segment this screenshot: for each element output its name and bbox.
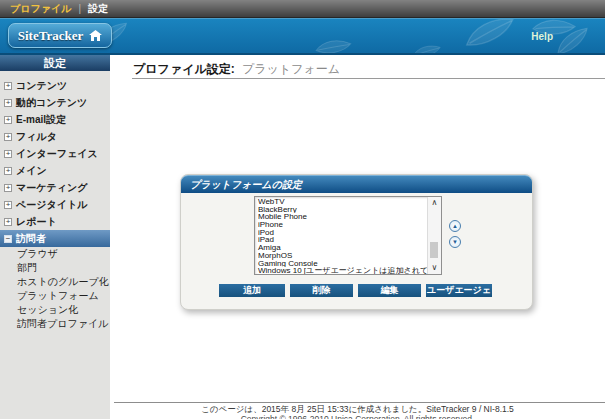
expand-plus-icon[interactable]: + <box>4 99 12 107</box>
sidebar-menu: + コンテンツ + 動的コンテンツ + E-mail設定 + フィルタ + イン… <box>0 71 110 331</box>
app-header: SiteTracker Help <box>0 18 605 55</box>
platform-option[interactable]: MorphOS <box>255 252 428 260</box>
listbox-scrollbar[interactable]: ∧ ∨ <box>427 197 441 274</box>
expand-plus-icon[interactable]: + <box>4 150 12 158</box>
menu-settings-link[interactable]: 設定 <box>88 2 108 16</box>
sidebar-subitem-platform[interactable]: プラットフォーム <box>0 289 110 303</box>
expand-plus-icon[interactable]: + <box>4 218 12 226</box>
sidebar-item-email-settings[interactable]: + E-mail設定 <box>0 111 110 128</box>
sidebar-item-label: 訪問者 <box>16 232 46 246</box>
main-content: プロファイル設定: プラットフォーム プラットフォームの設定 WebTV Bla… <box>110 55 605 419</box>
home-icon <box>89 30 102 41</box>
delete-button[interactable]: 削除 <box>290 284 353 297</box>
expand-plus-icon[interactable]: + <box>4 133 12 141</box>
expand-plus-icon[interactable]: + <box>4 167 12 175</box>
sidebar-item-label: メイン <box>16 164 47 178</box>
platform-settings-dialog: プラットフォームの設定 WebTV BlackBerry Mobile Phon… <box>180 174 533 310</box>
sitetracker-home-button[interactable]: SiteTracker <box>8 23 112 48</box>
page-title-prefix: プロファイル設定: <box>133 62 235 76</box>
user-agent-button[interactable]: ユーザエージェント <box>426 284 492 297</box>
sidebar-subitem-host-grouping[interactable]: ホストのグループ化 <box>0 275 110 289</box>
platform-option[interactable]: BlackBerry <box>255 206 428 214</box>
menu-profile-link[interactable]: プロファイル <box>10 2 71 16</box>
sidebar-title: 設定 <box>0 55 110 71</box>
sidebar-item-label: マーケティング <box>16 181 87 195</box>
sidebar-subitem-browser[interactable]: ブラウザ <box>0 247 110 261</box>
sidebar-item-marketing[interactable]: + マーケティング <box>0 179 110 196</box>
chevron-down-icon[interactable]: ∨ <box>428 263 441 273</box>
logo-text: SiteTracker <box>18 28 83 44</box>
add-button[interactable]: 追加 <box>219 284 285 297</box>
sidebar-subitem-department[interactable]: 部門 <box>0 261 110 275</box>
title-divider <box>132 78 605 79</box>
sidebar-item-report[interactable]: + レポート <box>0 213 110 230</box>
sidebar-item-filter[interactable]: + フィルタ <box>0 128 110 145</box>
move-down-button[interactable]: ▼ <box>449 236 461 248</box>
expand-plus-icon[interactable]: + <box>4 184 12 192</box>
sidebar-item-label: インターフェイス <box>16 147 98 161</box>
sidebar-item-label: フィルタ <box>16 130 57 144</box>
platform-listbox[interactable]: WebTV BlackBerry Mobile Phone iPhone iPo… <box>254 196 442 275</box>
move-up-button[interactable]: ▲ <box>449 220 461 232</box>
platform-option[interactable]: WebTV <box>255 198 428 206</box>
sidebar-item-page-title[interactable]: + ページタイトル <box>0 196 110 213</box>
scrollbar-thumb[interactable] <box>430 242 438 258</box>
top-menu-bar: プロファイル | 設定 <box>0 0 605 18</box>
page-title: プロファイル設定: プラットフォーム <box>133 61 340 78</box>
footer-divider <box>114 402 605 403</box>
sidebar-item-label: ページタイトル <box>16 198 87 212</box>
sidebar-subitem-visitor-profile[interactable]: 訪問者プロファイル <box>0 317 110 331</box>
footer-copyright-line: Copyright © 1996-2010 Unica Corporation.… <box>110 415 605 419</box>
sidebar-item-interface[interactable]: + インターフェイス <box>0 145 110 162</box>
sidebar-item-main[interactable]: + メイン <box>0 162 110 179</box>
menu-separator: | <box>78 3 81 14</box>
chevron-up-icon[interactable]: ∧ <box>428 198 441 208</box>
platform-option[interactable]: Windows 10 [ユーザエージェントは追加されていません] <box>255 267 428 274</box>
expand-plus-icon[interactable]: + <box>4 201 12 209</box>
sidebar-item-content[interactable]: + コンテンツ <box>0 77 110 94</box>
dialog-title-bar: プラットフォームの設定 <box>181 175 532 193</box>
platform-option[interactable]: iPad <box>255 236 428 244</box>
sidebar-item-dynamic-content[interactable]: + 動的コンテンツ <box>0 94 110 111</box>
platform-option[interactable]: Amiga <box>255 244 428 252</box>
sidebar-item-label: コンテンツ <box>16 79 67 93</box>
expand-plus-icon[interactable]: + <box>4 82 12 90</box>
help-link[interactable]: Help <box>531 31 553 42</box>
sidebar-item-label: 動的コンテンツ <box>16 96 87 110</box>
sidebar-item-visitors[interactable]: − 訪問者 <box>0 230 110 247</box>
expand-minus-icon[interactable]: − <box>4 235 12 243</box>
platform-option[interactable]: Gaming Console <box>255 260 428 268</box>
platform-option[interactable]: Mobile Phone <box>255 213 428 221</box>
move-up-icon: ▲ <box>452 223 458 229</box>
page-title-value: プラットフォーム <box>242 62 340 76</box>
sidebar-item-label: E-mail設定 <box>16 113 66 127</box>
platform-option[interactable]: iPod <box>255 229 428 237</box>
sidebar-subitem-sessionization[interactable]: セッション化 <box>0 303 110 317</box>
platform-options: WebTV BlackBerry Mobile Phone iPhone iPo… <box>255 198 428 274</box>
sidebar: 設定 + コンテンツ + 動的コンテンツ + E-mail設定 + フィルタ +… <box>0 55 110 419</box>
move-down-icon: ▼ <box>452 239 458 245</box>
footer: このページは、2015年 8月 25日 15:33に作成されました。SiteTr… <box>110 405 605 419</box>
sidebar-item-label: レポート <box>16 215 57 229</box>
dialog-button-row: 追加 削除 編集 ユーザエージェント <box>219 284 492 297</box>
platform-option[interactable]: iPhone <box>255 221 428 229</box>
edit-button[interactable]: 編集 <box>358 284 421 297</box>
expand-plus-icon[interactable]: + <box>4 116 12 124</box>
